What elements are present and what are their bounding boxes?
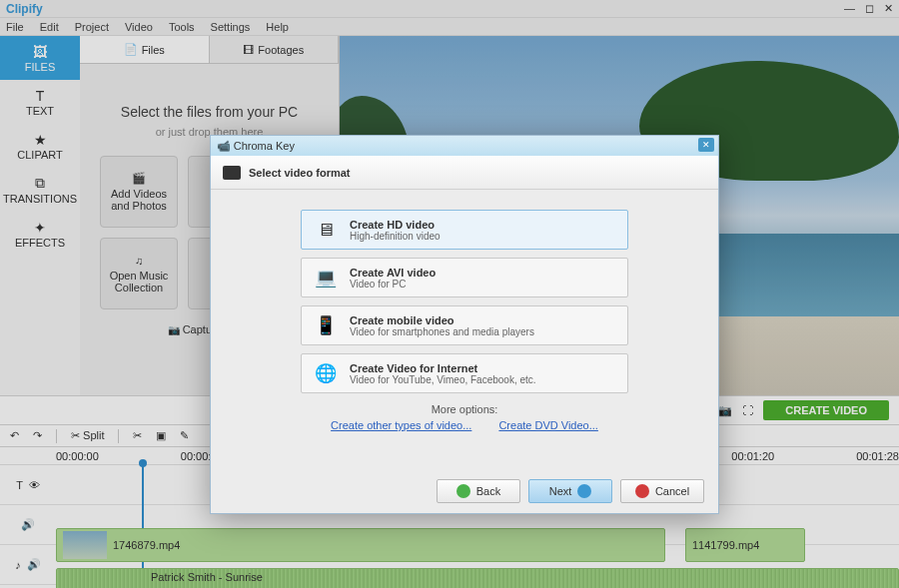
cam-small-icon: 📹 [217, 140, 231, 153]
next-button[interactable]: Next [528, 479, 612, 503]
phone-icon: 📱 [312, 311, 340, 339]
export-modal: 📹 Chroma Key ✕ Select video format 🖥 Cre… [210, 135, 719, 514]
back-icon [456, 484, 470, 498]
link-other-types[interactable]: Create other types of video... [331, 419, 471, 431]
pc-icon: 💻 [312, 264, 340, 292]
link-dvd-video[interactable]: Create DVD Video... [498, 419, 597, 431]
option-avi-video[interactable]: 💻 Create AVI videoVideo for PC [301, 258, 628, 297]
modal-close-icon[interactable]: ✕ [698, 138, 714, 152]
modal-titlebar: 📹 Chroma Key ✕ [211, 136, 718, 156]
option-internet-video[interactable]: 🌐 Create Video for InternetVideo for You… [301, 353, 628, 393]
cancel-button[interactable]: Cancel [620, 479, 704, 503]
modal-header: Select video format [211, 156, 718, 190]
modal-window-title: Chroma Key [234, 140, 295, 152]
more-options-label: More options: [211, 403, 718, 415]
next-icon [577, 484, 591, 498]
back-button[interactable]: Back [437, 479, 520, 503]
option-mobile-video[interactable]: 📱 Create mobile videoVideo for smartphon… [301, 305, 628, 345]
globe-icon: 🌐 [312, 359, 340, 387]
cancel-icon [635, 484, 649, 498]
modal-header-text: Select video format [249, 167, 350, 179]
camcorder-icon [223, 166, 241, 180]
monitor-icon: 🖥 [312, 216, 340, 244]
option-hd-video[interactable]: 🖥 Create HD videoHigh-definition video [301, 210, 628, 250]
